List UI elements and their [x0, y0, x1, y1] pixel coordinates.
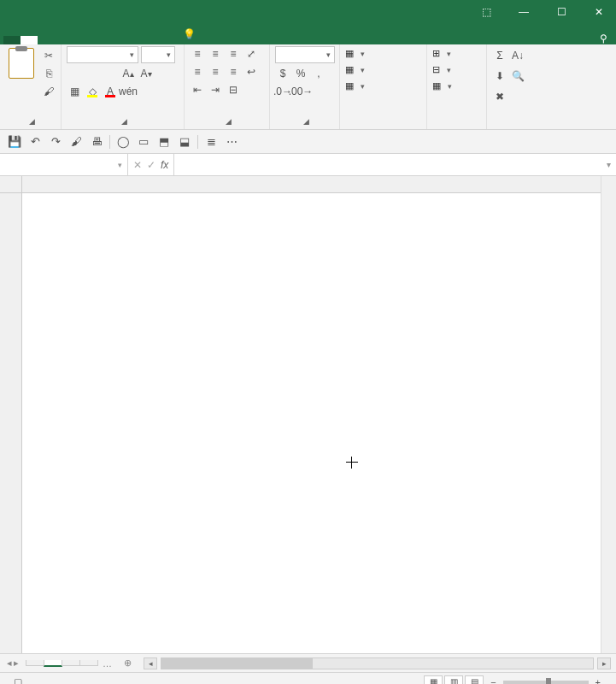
- hscroll-right-icon[interactable]: ▸: [597, 657, 611, 669]
- save-icon[interactable]: 💾: [7, 134, 22, 150]
- align-bottom-icon[interactable]: ≡: [226, 46, 241, 62]
- tab-help[interactable]: [157, 36, 174, 44]
- close-icon[interactable]: ✕: [582, 0, 616, 24]
- orientation-icon[interactable]: ⤢: [243, 46, 259, 62]
- page-break-view-icon[interactable]: ▤: [465, 675, 484, 685]
- tab-file[interactable]: [3, 36, 21, 44]
- more-sheets-icon[interactable]: …: [97, 658, 117, 669]
- italic-button[interactable]: [85, 66, 100, 81]
- ribbon-options-icon[interactable]: ⬚: [469, 0, 503, 24]
- sheet-tab-1[interactable]: [26, 660, 44, 666]
- align-top-icon[interactable]: ≡: [190, 46, 205, 62]
- normal-view-icon[interactable]: ▦: [424, 675, 443, 685]
- tab-layout[interactable]: [89, 36, 106, 44]
- clear-icon[interactable]: ✖: [492, 89, 507, 104]
- qat-circle-icon[interactable]: ◯: [115, 134, 131, 150]
- number-launcher-icon[interactable]: ◢: [303, 117, 309, 126]
- sheet-tab-2[interactable]: [44, 660, 62, 667]
- new-sheet-icon[interactable]: ⊕: [117, 657, 138, 669]
- percent-icon[interactable]: %: [293, 66, 308, 81]
- first-sheet-icon[interactable]: ◂: [7, 657, 12, 669]
- fill-icon[interactable]: ⬇: [492, 68, 507, 84]
- wrap-text-icon[interactable]: ↩: [243, 64, 259, 80]
- qat-shape1-icon[interactable]: ⬒: [156, 134, 172, 150]
- tab-formulas[interactable]: [55, 36, 72, 44]
- autosum-icon[interactable]: Σ: [492, 48, 507, 63]
- paste-button[interactable]: [5, 46, 38, 82]
- qat-print-icon[interactable]: 🖶: [89, 134, 104, 150]
- font-launcher-icon[interactable]: ◢: [121, 117, 127, 126]
- align-left-icon[interactable]: ≡: [190, 64, 205, 80]
- maximize-icon[interactable]: ☐: [544, 0, 578, 24]
- sort-az-icon[interactable]: A↓: [510, 48, 525, 63]
- worksheet-grid[interactable]: [0, 176, 616, 653]
- tab-review[interactable]: [106, 36, 123, 44]
- cut-icon[interactable]: ✂: [41, 48, 56, 63]
- horizontal-scrollbar[interactable]: [161, 657, 594, 669]
- sheet-tab-3[interactable]: [62, 660, 80, 666]
- format-cells-button[interactable]: ▦▾: [432, 80, 452, 91]
- page-layout-view-icon[interactable]: ▥: [444, 675, 463, 685]
- conditional-format-button[interactable]: ▦▾: [345, 48, 365, 59]
- qat-shape2-icon[interactable]: ⬓: [177, 134, 192, 150]
- insert-cells-button[interactable]: ⊞▾: [432, 48, 452, 59]
- number-format-combo[interactable]: ▾: [275, 46, 335, 63]
- font-name-combo[interactable]: ▾: [67, 46, 138, 63]
- align-right-icon[interactable]: ≡: [226, 64, 241, 80]
- qat-align-icon[interactable]: ≣: [203, 134, 219, 150]
- phonetic-icon[interactable]: wén: [120, 84, 136, 99]
- find-icon[interactable]: 🔍: [510, 68, 525, 84]
- tab-developer[interactable]: [140, 36, 157, 44]
- row-headers[interactable]: [0, 193, 22, 653]
- format-painter-icon[interactable]: 🖌: [41, 84, 56, 99]
- qat-more-icon[interactable]: ⋯: [224, 134, 239, 150]
- decrease-decimal-icon[interactable]: .00→: [293, 84, 308, 99]
- name-box[interactable]: ▾: [0, 154, 128, 175]
- font-color-icon[interactable]: A: [103, 84, 118, 99]
- share-button[interactable]: ⚲: [600, 32, 607, 44]
- bold-button[interactable]: [67, 66, 82, 81]
- decrease-font-icon[interactable]: A▾: [138, 66, 154, 81]
- expand-formula-icon[interactable]: ▾: [601, 154, 616, 175]
- border-icon[interactable]: ▦: [67, 84, 82, 99]
- copy-icon[interactable]: ⎘: [41, 66, 56, 81]
- merge-icon[interactable]: ⊟: [226, 82, 241, 97]
- select-all-corner[interactable]: [0, 176, 22, 193]
- zoom-in-icon[interactable]: +: [595, 677, 601, 685]
- format-as-table-button[interactable]: ▦▾: [345, 64, 365, 75]
- tell-me[interactable]: 💡: [174, 24, 206, 44]
- comma-icon[interactable]: ,: [311, 66, 326, 81]
- cell-styles-button[interactable]: ▦▾: [345, 80, 365, 91]
- alignment-launcher-icon[interactable]: ◢: [226, 117, 232, 126]
- align-middle-icon[interactable]: ≡: [208, 46, 223, 62]
- column-headers[interactable]: [22, 176, 601, 193]
- tab-insert[interactable]: [38, 36, 55, 44]
- hscroll-left-icon[interactable]: ◂: [144, 657, 157, 669]
- zoom-slider[interactable]: [503, 681, 589, 684]
- zoom-out-icon[interactable]: −: [490, 677, 496, 685]
- macro-record-icon[interactable]: ▢: [14, 676, 22, 684]
- currency-icon[interactable]: $: [275, 66, 290, 81]
- next-sheet-icon[interactable]: ▸: [14, 657, 19, 669]
- align-center-icon[interactable]: ≡: [208, 64, 223, 80]
- increase-indent-icon[interactable]: ⇥: [208, 82, 223, 97]
- minimize-icon[interactable]: ―: [507, 0, 541, 24]
- tab-home[interactable]: [21, 36, 38, 44]
- qat-rect-icon[interactable]: ▭: [136, 134, 151, 150]
- cancel-formula-icon[interactable]: ✕: [133, 159, 142, 171]
- enter-formula-icon[interactable]: ✓: [147, 159, 155, 171]
- delete-cells-button[interactable]: ⊟▾: [432, 64, 452, 75]
- tab-data[interactable]: [72, 36, 89, 44]
- tab-view[interactable]: [123, 36, 140, 44]
- fill-color-icon[interactable]: ◇: [85, 84, 100, 99]
- increase-font-icon[interactable]: A▴: [120, 66, 136, 81]
- decrease-indent-icon[interactable]: ⇤: [190, 82, 205, 97]
- clipboard-launcher-icon[interactable]: ◢: [29, 117, 35, 126]
- sheet-tab-4[interactable]: [79, 660, 98, 666]
- fx-icon[interactable]: fx: [161, 159, 168, 171]
- font-size-combo[interactable]: ▾: [141, 46, 175, 63]
- qat-brush-icon[interactable]: 🖌: [68, 134, 84, 150]
- undo-icon[interactable]: ↶: [27, 134, 43, 150]
- vertical-scrollbar[interactable]: [601, 176, 616, 653]
- formula-input[interactable]: [174, 154, 601, 175]
